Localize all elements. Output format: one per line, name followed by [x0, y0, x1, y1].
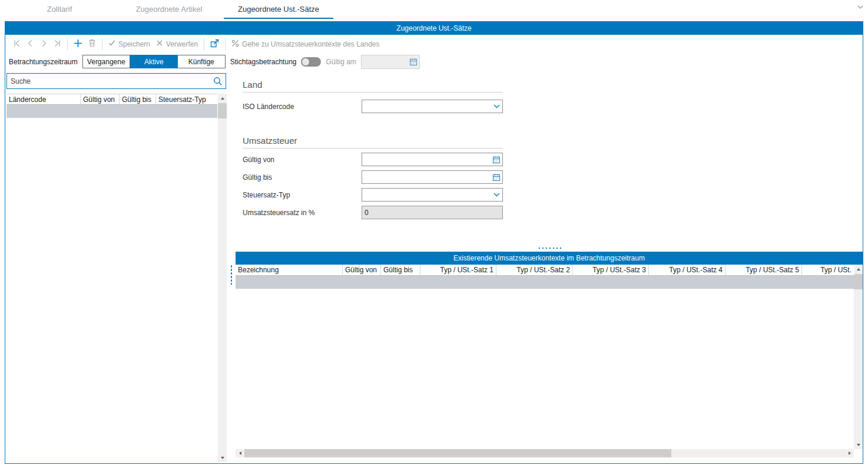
land-section-title: Land	[243, 80, 863, 90]
filter-aktive-button[interactable]: Aktive	[130, 55, 178, 68]
search-input[interactable]	[7, 77, 210, 85]
first-record-icon	[13, 39, 21, 49]
umsatzsteuersatz-field	[362, 206, 503, 219]
triangle-down-icon	[221, 457, 224, 459]
calendar-icon[interactable]	[491, 173, 502, 182]
umsatzsteuerkontexte-title: Existierende Umsatzsteuerkontexte im Bet…	[236, 252, 863, 265]
toolbar-separator	[102, 38, 102, 50]
splitter-handle[interactable]	[538, 247, 561, 249]
column-header-typ-ust-satz-4[interactable]: Typ / USt.-Satz 4	[649, 265, 725, 275]
save-button[interactable]: Speichern	[105, 38, 153, 50]
section-rule	[243, 92, 503, 93]
scroll-right-button[interactable]	[845, 449, 854, 457]
open-in-window-button[interactable]	[207, 38, 222, 51]
gueltig-von-row: Gültig von	[243, 153, 863, 166]
table-row[interactable]	[236, 276, 854, 289]
contexts-scrollbar-vertical[interactable]	[854, 265, 863, 449]
last-record-icon	[54, 39, 61, 49]
tab-zolltarif[interactable]: Zolltarif	[5, 0, 114, 19]
contexts-scrollbar-horizontal[interactable]	[236, 449, 854, 457]
percent-goto-icon	[231, 39, 239, 49]
search-icon[interactable]	[210, 77, 226, 86]
content-area: Ländercode Gültig von Gültig bis Steuers…	[5, 70, 863, 463]
scrollbar-thumb[interactable]	[218, 103, 227, 118]
gueltig-bis-input[interactable]	[362, 173, 491, 182]
triangle-down-icon	[857, 444, 860, 446]
column-header-typ-ust-satz-1[interactable]: Typ / USt.-Satz 1	[420, 265, 496, 275]
scroll-up-button[interactable]	[218, 94, 227, 103]
toggle-knob	[302, 58, 309, 65]
splitter-handle[interactable]	[230, 265, 233, 285]
triangle-left-icon	[239, 451, 241, 455]
column-header-typ-ust-satz-6[interactable]: Typ / USt.	[802, 265, 854, 275]
scrollbar-thumb[interactable]	[244, 449, 671, 457]
scrollbar-thumb[interactable]	[854, 274, 863, 289]
chevron-down-icon[interactable]	[491, 193, 502, 197]
add-record-button[interactable]	[71, 38, 85, 51]
column-header-gueltig-von[interactable]: Gültig von	[343, 265, 381, 275]
scroll-left-button[interactable]	[236, 449, 244, 457]
goto-button-label: Gehe zu Umsatzsteuerkontexte des Landes	[242, 40, 379, 48]
delete-record-button[interactable]	[85, 38, 99, 50]
column-header-typ-ust-satz-2[interactable]: Typ / USt.-Satz 2	[496, 265, 573, 275]
laendercode-list-panel: Ländercode Gültig von Gültig bis Steuers…	[5, 70, 227, 463]
search-box	[6, 73, 226, 89]
last-record-button[interactable]	[51, 38, 64, 50]
gueltig-bis-row: Gültig bis	[243, 170, 863, 184]
discard-button[interactable]: Verwerfen	[153, 38, 201, 50]
first-record-button[interactable]	[10, 38, 24, 50]
betrachtungszeitraum-label: Betrachtungszeitraum	[9, 58, 78, 66]
iso-laendercode-dropdown[interactable]	[362, 100, 503, 113]
umsatzsteuersatz-row: Umsatzsteuersatz in %	[243, 206, 863, 219]
goto-umsatzsteuerkontexte-button[interactable]: Gehe zu Umsatzsteuerkontexte des Landes	[228, 38, 382, 50]
next-record-button[interactable]	[37, 38, 51, 50]
laendercode-table: Ländercode Gültig von Gültig bis Steuers…	[6, 94, 217, 462]
column-header-gueltig-bis[interactable]: Gültig bis	[120, 94, 156, 104]
gueltig-von-date-field[interactable]	[362, 153, 503, 166]
panel-title: Zugeordnete Ust.-Sätze	[5, 22, 863, 35]
left-table-scrollbar-vertical[interactable]	[218, 94, 227, 462]
gueltig-von-input[interactable]	[362, 156, 491, 164]
calendar-icon[interactable]	[491, 156, 502, 164]
contexts-table-header: Bezeichnung Gültig von Gültig bis Typ / …	[236, 265, 854, 276]
scroll-up-button[interactable]	[854, 265, 863, 273]
gueltig-am-date-field	[361, 55, 420, 69]
discard-x-icon	[156, 39, 163, 48]
chevron-down-icon[interactable]	[857, 2, 863, 11]
column-header-typ-ust-satz-3[interactable]: Typ / USt.-Satz 3	[573, 265, 649, 275]
column-header-laendercode[interactable]: Ländercode	[6, 94, 81, 104]
toolbar-separator	[204, 38, 204, 50]
next-record-icon	[40, 39, 48, 49]
tab-zugeordnete-ust-saetze[interactable]: Zugeordnete Ust.-Sätze	[224, 0, 333, 19]
column-header-gueltig-von[interactable]: Gültig von	[81, 94, 120, 104]
filter-kuenftige-button[interactable]: Künftige	[178, 55, 226, 68]
column-header-gueltig-bis[interactable]: Gültig bis	[381, 265, 420, 275]
add-record-icon	[74, 39, 82, 50]
table-row[interactable]	[6, 105, 217, 118]
steuersatz-typ-label: Steuersatz-Typ	[243, 191, 362, 199]
umsatzsteuersatz-input	[362, 209, 502, 217]
save-check-icon	[108, 39, 115, 48]
umsatzsteuer-section-title: Umsatzsteuer	[243, 136, 863, 146]
detail-panel: Land ISO Ländercode Umsatzsteuer Gültig …	[236, 70, 863, 463]
steuersatz-typ-dropdown[interactable]	[362, 188, 503, 202]
gueltig-bis-date-field[interactable]	[362, 170, 503, 184]
discard-button-label: Verwerfen	[166, 40, 198, 48]
iso-laendercode-input[interactable]	[362, 103, 491, 111]
column-header-bezeichnung[interactable]: Bezeichnung	[236, 265, 343, 275]
umsatzsteuerkontexte-panel: Existierende Umsatzsteuerkontexte im Bet…	[236, 252, 863, 457]
column-header-typ-ust-satz-5[interactable]: Typ / USt.-Satz 5	[725, 265, 802, 275]
tab-zugeordnete-artikel[interactable]: Zugeordnete Artikel	[114, 0, 224, 19]
panel-splitter[interactable]	[227, 70, 236, 463]
column-header-steuersatz-typ[interactable]: Steuersatz-Typ	[156, 94, 217, 104]
toolbar-separator	[67, 38, 68, 50]
delete-record-icon	[88, 39, 96, 49]
scroll-down-button[interactable]	[854, 440, 863, 449]
scroll-down-button[interactable]	[218, 453, 227, 462]
triangle-right-icon	[849, 451, 851, 455]
stichtagsbetrachtung-toggle[interactable]	[301, 57, 321, 67]
steuersatz-typ-input[interactable]	[362, 191, 491, 199]
filter-vergangene-button[interactable]: Vergangene	[82, 55, 130, 68]
previous-record-button[interactable]	[24, 38, 37, 50]
chevron-down-icon[interactable]	[491, 104, 502, 108]
